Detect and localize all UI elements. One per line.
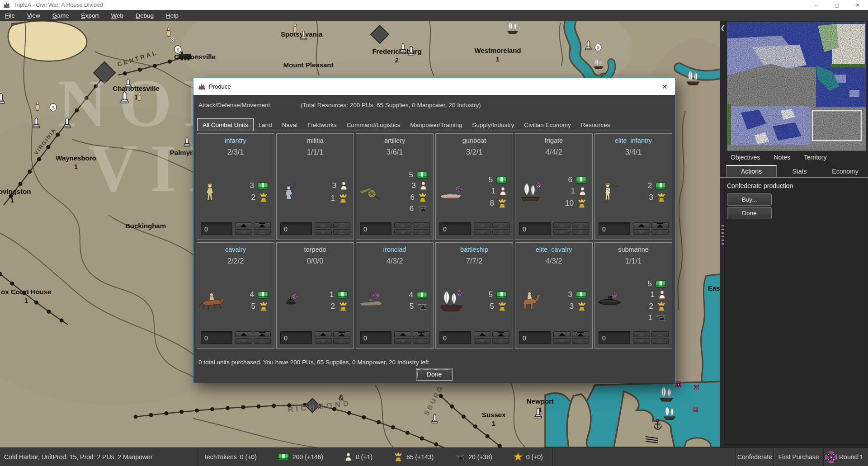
spin-down-button[interactable] [474, 229, 491, 235]
quantity-input[interactable]: 0 [201, 222, 232, 235]
spin-max-button[interactable] [413, 331, 430, 337]
quantity-input[interactable]: 0 [360, 222, 392, 235]
money-unit-sprite[interactable] [49, 103, 57, 112]
spin-up-button[interactable] [474, 331, 491, 337]
spin-down-button[interactable] [394, 229, 411, 235]
tab-land[interactable]: Land [254, 119, 277, 131]
spin-up-button[interactable] [633, 331, 650, 337]
tab-command-logistics[interactable]: Command/Logistics [342, 119, 406, 131]
spin-max-button[interactable] [572, 331, 589, 337]
spin-min-button[interactable] [492, 229, 509, 235]
monument-unit-sprite[interactable] [534, 407, 542, 419]
tab-civilian-economy[interactable]: Civilian Economy [519, 119, 576, 131]
spin-min-button[interactable] [333, 338, 350, 344]
monument-unit-sprite[interactable] [120, 90, 129, 104]
ship-unit-sprite[interactable] [505, 21, 520, 34]
spin-max-button[interactable] [492, 222, 509, 228]
dialog-done-button[interactable]: Done [416, 368, 453, 381]
quantity-input[interactable]: 0 [519, 222, 551, 235]
spin-down-button[interactable] [633, 338, 650, 344]
spin-down-button[interactable] [315, 338, 332, 344]
tab-stats[interactable]: Stats [777, 168, 822, 177]
monument-unit-sprite[interactable] [63, 117, 71, 128]
spin-down-button[interactable] [553, 229, 571, 235]
spin-min-button[interactable] [333, 229, 350, 235]
monument-unit-sprite[interactable] [408, 45, 415, 56]
spin-min-button[interactable] [651, 338, 669, 344]
tab-all-combat-units[interactable]: All Combat Units [197, 118, 254, 131]
spin-max-button[interactable] [254, 331, 271, 337]
quantity-input[interactable]: 0 [439, 331, 471, 344]
spin-down-button[interactable] [315, 229, 332, 235]
tab-supply-industry[interactable]: Supply/Industry [467, 119, 519, 131]
tab-fieldworks[interactable]: Fieldworks [302, 119, 342, 131]
quantity-input[interactable]: 0 [519, 331, 551, 344]
minimize-button[interactable]: ─ [806, 0, 826, 10]
tab-actions[interactable]: Actions [726, 165, 777, 177]
spin-max-button[interactable] [333, 222, 350, 228]
spin-up-button[interactable] [315, 331, 332, 337]
monument-unit-sprite[interactable] [400, 42, 406, 53]
ship-unit-sprite[interactable] [662, 405, 677, 420]
money-unit-sprite[interactable] [174, 45, 182, 54]
spin-max-button[interactable] [492, 331, 509, 337]
tab-territory[interactable]: Territory [804, 154, 827, 161]
spin-down-button[interactable] [553, 338, 571, 344]
tab-naval[interactable]: Naval [277, 119, 303, 131]
spin-min-button[interactable] [572, 338, 589, 344]
tab-resources[interactable]: Resources [576, 119, 615, 131]
tab-economy[interactable]: Economy [822, 168, 868, 177]
quantity-input[interactable]: 0 [280, 222, 312, 235]
spin-down-button[interactable] [235, 229, 252, 235]
menu-debug[interactable]: Debug [136, 12, 154, 19]
spin-max-button[interactable] [572, 222, 589, 228]
spin-up-button[interactable] [235, 222, 252, 228]
monument-unit-sprite[interactable] [125, 78, 132, 88]
close-button[interactable]: ✕ [847, 0, 868, 10]
menu-export[interactable]: Export [81, 12, 99, 19]
tab-objectives[interactable]: Objectives [731, 154, 760, 161]
spin-up-button[interactable] [315, 222, 332, 228]
spin-min-button[interactable] [254, 338, 271, 344]
monument-unit-sprite[interactable] [585, 40, 592, 50]
monument-unit-sprite[interactable] [0, 92, 5, 104]
spin-down-button[interactable] [235, 338, 252, 344]
spin-max-button[interactable] [413, 222, 430, 228]
soldier-unit-sprite[interactable] [137, 92, 142, 101]
tab-manpower-training[interactable]: Manpower/Training [405, 119, 467, 131]
maximize-button[interactable]: ▢ [826, 0, 847, 10]
buy-button[interactable]: Buy... [727, 193, 772, 206]
money-unit-sprite[interactable] [594, 43, 602, 52]
monument-unit-sprite[interactable] [184, 137, 190, 147]
spin-max-button[interactable] [651, 222, 669, 228]
spin-down-button[interactable] [633, 229, 650, 235]
spin-up-button[interactable] [553, 222, 571, 228]
tab-notes[interactable]: Notes [774, 154, 790, 161]
quantity-input[interactable]: 0 [280, 331, 312, 344]
quantity-input[interactable]: 0 [599, 331, 630, 344]
spin-min-button[interactable] [492, 338, 509, 344]
menu-help[interactable]: Help [166, 12, 179, 19]
quantity-input[interactable]: 0 [201, 331, 232, 344]
spin-up-button[interactable] [474, 222, 491, 228]
spin-max-button[interactable] [333, 331, 350, 337]
soldier-unit-sprite[interactable] [292, 24, 298, 33]
window-titlebar[interactable]: TripleA - Civil War: A House Divided ─ ▢… [0, 0, 868, 10]
spin-min-button[interactable] [413, 338, 430, 344]
menu-view[interactable]: View [27, 12, 40, 19]
ship-unit-sprite[interactable] [657, 384, 675, 402]
menu-file[interactable]: File [5, 12, 15, 19]
spin-min-button[interactable] [413, 229, 430, 235]
spin-min-button[interactable] [651, 229, 669, 235]
collapse-sidebar-icon[interactable]: ❮ [720, 24, 725, 31]
minimap[interactable] [727, 22, 866, 151]
soldier-unit-sprite[interactable] [34, 101, 41, 111]
spin-up-button[interactable] [394, 222, 411, 228]
spin-up-button[interactable] [633, 222, 650, 228]
quantity-input[interactable]: 0 [439, 222, 471, 235]
monument-unit-sprite[interactable] [33, 117, 40, 128]
menu-game[interactable]: Game [52, 12, 69, 19]
spin-up-button[interactable] [394, 331, 411, 337]
produce-dialog-titlebar[interactable]: Produce ✕ [193, 78, 675, 95]
soldier-unit-sprite[interactable] [165, 27, 172, 37]
